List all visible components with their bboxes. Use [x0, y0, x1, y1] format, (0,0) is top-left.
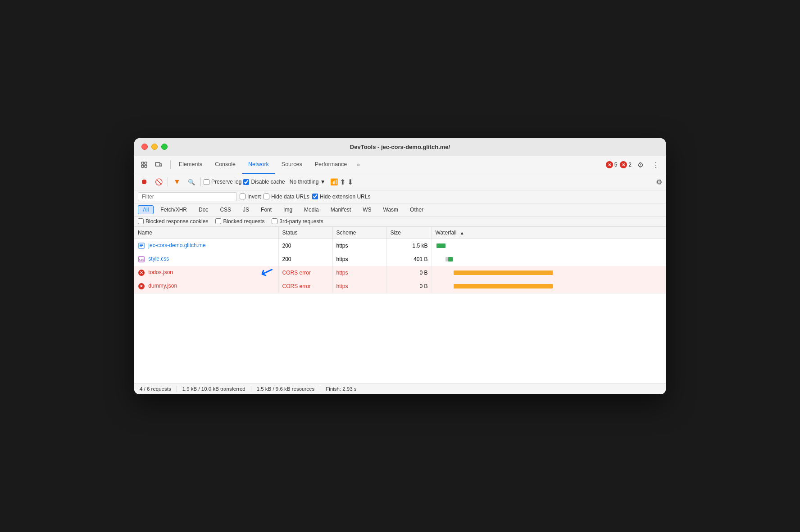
filter-button[interactable]: ▼	[171, 176, 183, 188]
error-badge-2[interactable]: ✕ 2	[620, 161, 632, 168]
third-party-label[interactable]: 3rd-party requests	[272, 218, 323, 225]
blocked-requests-checkbox[interactable]	[215, 218, 221, 224]
preserve-log-label[interactable]: Preserve log	[204, 179, 241, 185]
error-count-2: 2	[628, 162, 632, 168]
close-button[interactable]	[141, 144, 148, 150]
waterfall-bar-green	[448, 257, 453, 261]
col-header-size[interactable]: Size	[386, 227, 432, 239]
tab-icons	[138, 158, 165, 171]
type-btn-wasm[interactable]: Wasm	[378, 205, 404, 214]
minimize-button[interactable]	[151, 144, 158, 150]
blocked-requests-label[interactable]: Blocked requests	[215, 218, 264, 225]
row-waterfall	[432, 266, 666, 280]
type-btn-font[interactable]: Font	[256, 205, 277, 214]
row-waterfall	[432, 280, 666, 293]
status-divider-2	[251, 386, 251, 392]
type-btn-media[interactable]: Media	[299, 205, 324, 214]
col-header-status[interactable]: Status	[278, 227, 332, 239]
type-btn-fetch-xhr[interactable]: Fetch/XHR	[155, 205, 192, 214]
row-name-cell: css style.css	[134, 252, 278, 266]
filter-input[interactable]	[142, 194, 233, 200]
clear-button[interactable]: 🚫	[152, 176, 165, 188]
type-btn-manifest[interactable]: Manifest	[326, 205, 356, 214]
row-size: 1.5 kB	[386, 239, 432, 252]
row-scheme: https	[332, 280, 386, 293]
tab-performance[interactable]: Performance	[309, 156, 354, 174]
doc-icon	[138, 242, 145, 249]
tab-sources[interactable]: Sources	[275, 156, 309, 174]
more-options-button[interactable]: ⋮	[650, 158, 662, 171]
table-row[interactable]: css style.css 200 https 401 B	[134, 252, 666, 266]
maximize-button[interactable]	[161, 144, 168, 150]
third-party-checkbox[interactable]	[272, 218, 277, 224]
tab-bar: Elements Console Network Sources Perform…	[134, 156, 666, 174]
hide-extension-urls-label[interactable]: Hide extension URLs	[312, 194, 371, 200]
table-header-row: Name Status Scheme Size Waterfall	[134, 227, 666, 239]
waterfall-bar-cell	[436, 255, 663, 264]
row-scheme: https	[332, 252, 386, 266]
devtools-window: DevTools - jec-cors-demo.glitch.me/	[134, 138, 666, 394]
record-button[interactable]: ⏺	[138, 176, 150, 188]
error-count-1: 5	[614, 162, 618, 168]
col-header-scheme[interactable]: Scheme	[332, 227, 386, 239]
error-x-icon: ✕	[606, 161, 613, 168]
type-btn-img[interactable]: Img	[278, 205, 297, 214]
col-header-name[interactable]: Name	[134, 227, 278, 239]
type-btn-css[interactable]: CSS	[215, 205, 236, 214]
window-title: DevTools - jec-cors-demo.glitch.me/	[350, 144, 450, 150]
download-button[interactable]: ⬇	[347, 178, 353, 186]
row-status: CORS error	[278, 266, 332, 280]
waterfall-bar-cell	[436, 241, 663, 250]
search-button[interactable]: 🔍	[185, 176, 198, 188]
upload-button[interactable]: ⬆	[340, 178, 345, 186]
col-header-waterfall[interactable]: Waterfall ▲	[432, 227, 666, 239]
row-name: dummy.json	[148, 283, 177, 289]
devices-icon[interactable]	[152, 158, 165, 171]
table-row[interactable]: ✕ todos.json CORS error https 0 B	[134, 266, 666, 280]
tab-divider	[170, 160, 171, 169]
tab-network[interactable]: Network	[242, 156, 275, 174]
status-requests: 4 / 6 requests	[140, 386, 171, 392]
invert-label[interactable]: Invert	[240, 194, 261, 200]
row-name-cell: ✕ todos.json	[134, 266, 278, 280]
tab-elements[interactable]: Elements	[173, 156, 209, 174]
row-name-cell: ✕ dummy.json	[134, 280, 278, 293]
error-x-icon-2: ✕	[620, 161, 627, 168]
hide-extension-urls-checkbox[interactable]	[312, 194, 318, 199]
error-icon-2: ✕	[138, 283, 145, 290]
disable-cache-checkbox[interactable]	[243, 179, 249, 185]
invert-checkbox[interactable]	[240, 194, 245, 199]
filter-bar: Invert Hide data URLs Hide extension URL…	[134, 190, 666, 203]
row-name: todos.json	[148, 269, 173, 275]
tab-console[interactable]: Console	[209, 156, 242, 174]
filter-input-box[interactable]	[138, 192, 237, 201]
tab-overflow-button[interactable]: »	[353, 162, 364, 168]
svg-rect-4	[155, 162, 160, 166]
error-x-mark-2: ✕	[138, 283, 145, 289]
row-status: 200	[278, 239, 332, 252]
css-icon: css	[138, 256, 145, 263]
settings-gear-button[interactable]: ⚙	[634, 158, 647, 171]
table-row[interactable]: ✕ dummy.json CORS error https 0 B	[134, 280, 666, 293]
disable-cache-label[interactable]: Disable cache	[243, 179, 285, 185]
waterfall-bar-cell	[436, 282, 663, 291]
network-settings-button[interactable]: ⚙	[656, 178, 662, 186]
throttle-select[interactable]: No throttling ▼	[287, 178, 328, 186]
error-badge-1[interactable]: ✕ 5	[606, 161, 618, 168]
preserve-log-checkbox[interactable]	[204, 179, 209, 185]
traffic-lights	[141, 144, 168, 150]
blocked-cookies-label[interactable]: Blocked response cookies	[138, 218, 208, 225]
toolbar: ⏺ 🚫 ▼ 🔍 Preserve log Disable cache No th…	[134, 174, 666, 190]
table-row[interactable]: jec-cors-demo.glitch.me 200 https 1.5 kB	[134, 239, 666, 252]
type-btn-other[interactable]: Other	[405, 205, 428, 214]
hide-data-urls-checkbox[interactable]	[264, 194, 269, 199]
type-btn-ws[interactable]: WS	[358, 205, 376, 214]
type-btn-js[interactable]: JS	[238, 205, 254, 214]
cursor-icon[interactable]	[138, 158, 150, 171]
type-btn-all[interactable]: All	[138, 205, 154, 214]
hide-data-urls-label[interactable]: Hide data URLs	[264, 194, 309, 200]
status-bar: 4 / 6 requests 1.9 kB / 10.0 kB transfer…	[134, 383, 666, 394]
blocked-cookies-checkbox[interactable]	[138, 218, 144, 224]
type-btn-doc[interactable]: Doc	[194, 205, 213, 214]
type-filter-bar: All Fetch/XHR Doc CSS JS Font Img Media …	[134, 203, 666, 216]
